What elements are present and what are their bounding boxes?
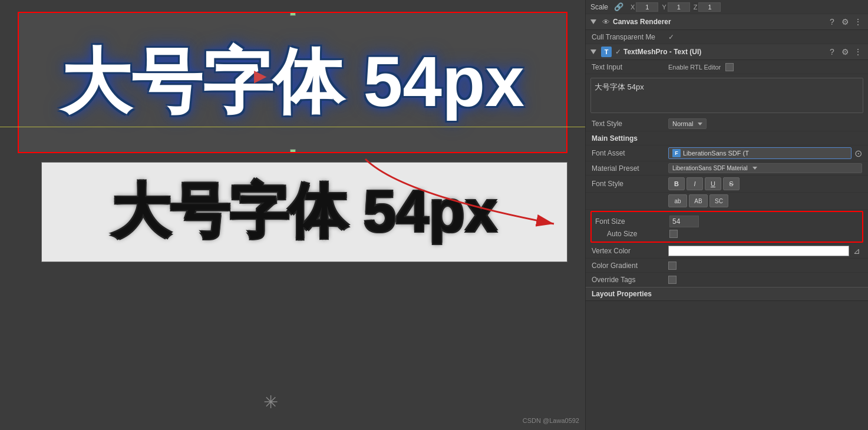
menu-icon[interactable]: ⋮ [853, 16, 863, 27]
scale-x-field: X [631, 2, 658, 12]
canvas-renderer-title: Canvas Renderer [613, 18, 824, 26]
text-input-label: Text Input [592, 63, 668, 71]
text-input-header-row: Text Input Enable RTL Editor [586, 60, 868, 74]
rtl-checkbox[interactable] [725, 63, 734, 71]
watermark-text: CSDN @Lawa0592 [523, 417, 579, 424]
bold-button[interactable]: B [668, 177, 685, 190]
scale-row: Scale 🔗 X Y Z [586, 0, 868, 14]
crosshair-icon: ✳ [263, 392, 278, 412]
text-style-row: Text Style Normal [586, 117, 868, 131]
material-preset-row: Material Preset LiberationSans SDF Mater… [586, 161, 868, 176]
scale-z-label: Z [694, 4, 698, 11]
layout-properties-label: Layout Properties [592, 290, 652, 298]
override-tags-label: Override Tags [592, 276, 668, 284]
text-style-select[interactable]: Normal [668, 118, 707, 129]
font-asset-picker-icon[interactable]: ⊙ [854, 149, 862, 157]
handle-bottom-center[interactable] [290, 149, 296, 153]
material-preset-value: LiberationSans SDF Material [668, 163, 862, 173]
tmp-collapse-icon[interactable] [590, 49, 596, 54]
scale-z-input[interactable] [698, 2, 721, 12]
textmeshpro-title: TextMeshPro - Text (UI) [623, 48, 824, 56]
tmp-check[interactable]: ✓ [615, 48, 621, 56]
scale-z-field: Z [694, 2, 721, 12]
scale-y-input[interactable] [668, 2, 690, 12]
color-picker-icon[interactable]: ⊿ [852, 246, 862, 256]
tmp-t-icon: T [601, 47, 612, 57]
font-style-buttons: B I U S [668, 177, 862, 190]
uppercase-button[interactable]: AB [689, 194, 708, 207]
scale-label: Scale [590, 3, 608, 11]
textmeshpro-header[interactable]: T ✓ TextMeshPro - Text (UI) ? ⚙ ⋮ [586, 44, 868, 60]
font-style-label: Font Style [592, 180, 668, 188]
case-style-buttons: ab AB SC [668, 194, 862, 207]
scale-x-input[interactable] [636, 2, 658, 12]
text-content-dark: 大号字体 54px [111, 173, 498, 252]
move-cursor-icon: ▶ [254, 66, 267, 85]
strikethrough-button[interactable]: S [723, 177, 740, 190]
scale-y-field: Y [662, 2, 689, 12]
text-style-dropdown[interactable]: Normal [668, 118, 862, 129]
tmp-menu-icon[interactable]: ⋮ [853, 47, 863, 57]
rtl-area: Enable RTL Editor [668, 63, 862, 71]
cull-label: Cull Transparent Me [592, 33, 668, 41]
color-gradient-value [668, 262, 862, 270]
vertex-color-row: Vertex Color ⊿ [586, 244, 868, 259]
handle-top-center[interactable] [290, 12, 296, 16]
font-asset-value: F LiberationSans SDF (T ⊙ [668, 147, 862, 159]
font-asset-field[interactable]: F LiberationSans SDF (T [668, 147, 852, 159]
main-settings-label: Main Settings [592, 134, 638, 143]
underline-button[interactable]: U [705, 177, 721, 190]
material-dropdown-arrow [753, 167, 757, 170]
font-size-row: Font Size [594, 214, 860, 229]
material-preset-label: Material Preset [592, 164, 668, 173]
collapse-triangle-icon[interactable] [590, 19, 596, 24]
font-asset-row: Font Asset F LiberationSans SDF (T ⊙ [586, 145, 868, 161]
override-tags-value [668, 276, 862, 284]
inspector-panel: Scale 🔗 X Y Z 👁 Canvas Renderer ? ⚙ ⋮ Cu… [585, 0, 868, 430]
unselected-text-element[interactable]: 大号字体 54px [41, 162, 567, 262]
case-style-row: ab AB SC [586, 193, 868, 210]
italic-button[interactable]: I [687, 177, 703, 190]
text-style-label: Text Style [592, 120, 668, 128]
color-gradient-label: Color Gradient [592, 262, 668, 270]
vertex-color-value: ⊿ [668, 246, 862, 256]
auto-size-row: Auto Size [594, 229, 860, 239]
cull-transparent-row: Cull Transparent Me ✓ [586, 30, 868, 44]
settings-icon[interactable]: ⚙ [840, 16, 850, 27]
text-content-large: 大号字体 54px [61, 35, 524, 131]
vertex-color-swatch[interactable] [668, 246, 849, 256]
text-style-value: Normal [672, 120, 693, 127]
scale-y-label: Y [662, 4, 666, 11]
guide-line [0, 127, 585, 127]
auto-size-checkbox[interactable] [669, 230, 678, 238]
font-asset-text: LiberationSans SDF (T [683, 150, 749, 157]
text-content-area[interactable]: 大号字体 54px [590, 78, 863, 113]
scale-x-label: X [631, 4, 635, 11]
help-icon[interactable]: ? [827, 16, 837, 27]
font-size-label: Font Size [595, 217, 666, 226]
dropdown-arrow-icon [698, 123, 702, 125]
main-settings-row: Main Settings [586, 131, 868, 145]
scale-lock-icon[interactable]: 🔗 [614, 2, 623, 11]
font-f-icon: F [672, 149, 681, 157]
font-style-row: Font Style B I U S [586, 176, 868, 193]
font-size-input[interactable] [669, 216, 699, 227]
color-gradient-checkbox[interactable] [668, 262, 676, 270]
visibility-icon[interactable]: 👁 [601, 17, 610, 27]
auto-size-label: Auto Size [595, 230, 666, 238]
cull-check[interactable]: ✓ [668, 33, 674, 41]
material-preset-text: LiberationSans SDF Material [672, 165, 748, 171]
canvas-renderer-header[interactable]: 👁 Canvas Renderer ? ⚙ ⋮ [586, 14, 868, 30]
selected-text-element[interactable]: 大号字体 54px ▶ [18, 12, 567, 153]
smallcaps-button[interactable]: SC [709, 194, 728, 207]
material-preset-select[interactable]: LiberationSans SDF Material [668, 163, 862, 173]
tmp-settings-icon[interactable]: ⚙ [840, 47, 850, 57]
lowercase-button[interactable]: ab [668, 194, 687, 207]
override-tags-checkbox[interactable] [668, 276, 676, 284]
cull-value: ✓ [668, 33, 862, 41]
tmp-help-icon[interactable]: ? [827, 47, 837, 57]
vertex-color-label: Vertex Color [592, 247, 668, 255]
canvas-area: 大号字体 54px ▶ 大号字体 54px ✳ CSDN @Lawa0592 [0, 0, 585, 430]
font-size-section: Font Size Auto Size [590, 211, 863, 243]
text-area-content: 大号字体 54px [595, 82, 644, 91]
